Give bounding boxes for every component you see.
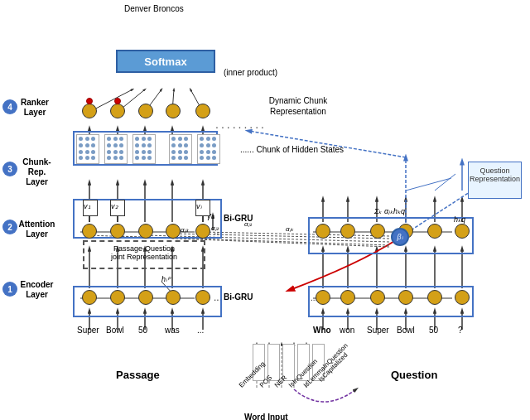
chunk-block-5 (197, 134, 220, 164)
attn-node-q5 (427, 224, 442, 239)
enc-node-p2 (110, 290, 125, 305)
layer-1-num: 1 (2, 282, 17, 297)
enc-node-q6 (455, 290, 470, 305)
enc-node-p4 (166, 290, 181, 305)
question-label: Question (391, 369, 437, 381)
enc-node-p3 (138, 290, 153, 305)
ranker-node-4 (166, 104, 181, 118)
word-super2: Super (367, 326, 389, 335)
chunk-block-3 (132, 134, 156, 164)
word-50: 50 (138, 326, 147, 335)
attn-node-p3 (138, 224, 153, 239)
enc-node-q2 (340, 290, 355, 305)
ranker-marker-1 (86, 98, 93, 104)
v1-box: v₁ (83, 200, 98, 216)
enc-node-q4 (398, 290, 413, 305)
ranker-marker-2 (114, 98, 121, 104)
alpha-j2: αⱼ₂ (211, 224, 219, 232)
question-rep-box: QuestionRepresentation (468, 162, 522, 199)
inner-product-label: (inner product) (224, 68, 277, 77)
pq-joint-label: Passage-Questionjoint Representation (84, 244, 204, 261)
ranker-layer-label: RankerLayer (18, 98, 51, 118)
word-was: was (165, 326, 180, 335)
word-question-mark: ? (458, 326, 463, 335)
alpha-j3: αⱼ₃ (181, 226, 188, 234)
word-who: Who (313, 326, 331, 335)
ranker-node-1 (82, 104, 97, 118)
attn-node-p4 (166, 224, 181, 239)
ranker-node-2 (110, 104, 125, 118)
v2-box: v₂ (110, 200, 125, 216)
chunk-block-2 (104, 134, 128, 164)
chunk-block-1 (76, 134, 99, 164)
attn-node-p1 (82, 224, 97, 239)
attn-node-q1 (316, 224, 330, 239)
vi-box: vᵢ (195, 200, 210, 216)
answer-label: Denver Broncos (124, 4, 184, 13)
beta-circle: βᵢ (391, 228, 409, 246)
diagram-container: ... ... ... 4 3 2 1 RankerLayer Chunk-Re… (0, 0, 530, 420)
attn-node-p5 (195, 224, 210, 239)
word-ellipsis: ... (197, 326, 204, 335)
word-bowl: Bowl (106, 326, 124, 335)
enc-node-p1 (82, 290, 97, 305)
dynamic-chunk-label: Dynamic ChunkRepresentation (248, 95, 348, 117)
hkq-label: hₖq (454, 215, 465, 224)
hi-label: hᵢᵖ (161, 275, 171, 283)
enc-node-p5 (195, 290, 210, 305)
word-50-2: 50 (429, 326, 438, 335)
pq-joint-box: Passage-Questionjoint Representation (83, 240, 205, 269)
attention-layer-label: AttentionLayer (18, 220, 55, 239)
layer-4-num: 4 (2, 99, 17, 114)
attn-node-q3 (370, 224, 385, 239)
enc-node-q1 (316, 290, 330, 305)
encoder-layer-label: EncoderLayer (18, 280, 55, 300)
softmax-box: Softmax (116, 50, 215, 73)
question-rep-label: QuestionRepresentation (469, 167, 521, 183)
layer-2-num: 2 (2, 220, 17, 234)
attn-node-q2 (340, 224, 355, 239)
sum-formula-label: Σₖ αⱼₖhₖq (374, 207, 405, 215)
layer-3-num: 3 (2, 162, 17, 176)
svg-line-56 (406, 178, 451, 191)
enc-node-q5 (427, 290, 442, 305)
word-won: won (340, 326, 354, 335)
chunk-block-4 (169, 134, 192, 164)
ranker-node-5 (195, 104, 210, 118)
encoder-section-question (308, 286, 474, 317)
bigru-enc-label: Bi-GRU (224, 292, 253, 302)
passage-label: Passage (116, 369, 160, 381)
ranker-node-3 (138, 104, 153, 118)
enc-node-q3 (370, 290, 385, 305)
chunk-hidden-label: ...... Chunk of Hidden States (240, 145, 344, 154)
chunk-rep-layer-label: Chunk-Rep.Layer (18, 157, 55, 187)
attn-node-p2 (110, 224, 125, 239)
word-input-label: Word Input (244, 413, 288, 420)
svg-line-55 (435, 174, 455, 191)
alpha-jk: αⱼₖ (286, 225, 293, 233)
ellipsis-1: ......... (215, 118, 267, 131)
word-bowl2: Bowl (397, 326, 415, 335)
attn-node-q6 (455, 224, 470, 239)
word-super: Super (77, 326, 99, 335)
alpha-j1: αⱼ₁ (244, 220, 252, 228)
